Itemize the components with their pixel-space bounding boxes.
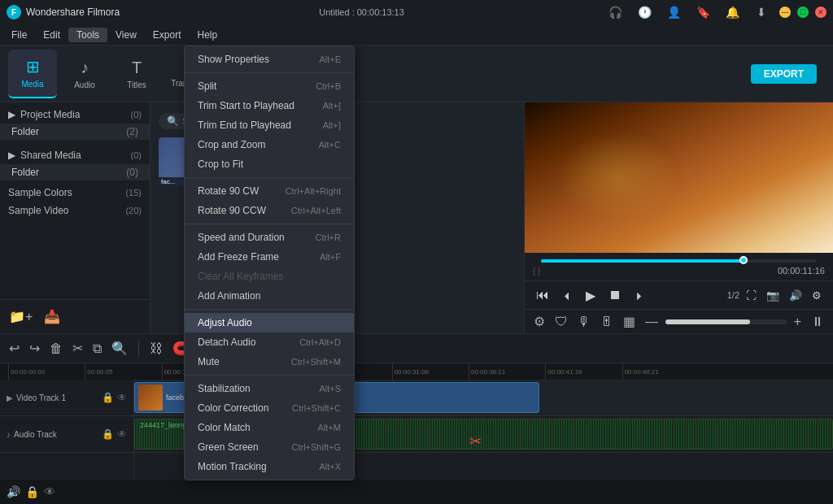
menu-show-properties[interactable]: Show Properties Alt+E — [185, 50, 354, 69]
menu-mute[interactable]: Mute Ctrl+Shift+M — [185, 352, 354, 371]
tools-dropdown-menu: Show Properties Alt+E Split Ctrl+B Trim … — [184, 46, 355, 480]
menu-adjust-audio[interactable]: Adjust Audio — [185, 313, 354, 332]
menu-trim-end[interactable]: Trim End to Playhead Alt+] — [185, 115, 354, 135]
rotate-ccw-label: Rotate 90 CCW — [198, 205, 266, 216]
color-correction-label: Color Correction — [198, 402, 268, 414]
detach-audio-shortcut: Ctrl+Alt+D — [299, 337, 341, 347]
color-match-label: Color Match — [198, 422, 251, 433]
menu-color-match[interactable]: Color Match Alt+M — [185, 418, 354, 437]
trim-start-label: Trim Start to Playhead — [198, 100, 294, 111]
menu-freeze-frame[interactable]: Add Freeze Frame Alt+F — [185, 247, 354, 267]
motion-tracking-shortcut: Alt+X — [319, 462, 341, 471]
rotate-ccw-shortcut: Ctrl+Alt+Left — [291, 206, 341, 215]
separator-3 — [185, 224, 354, 224]
rotate-cw-shortcut: Ctrl+Alt+Right — [286, 186, 341, 196]
motion-tracking-label: Motion Tracking — [198, 461, 267, 472]
crop-zoom-label: Crop and Zoom — [198, 139, 265, 150]
menu-crop-fit[interactable]: Crop to Fit — [185, 154, 354, 174]
color-correction-shortcut: Ctrl+Shift+C — [292, 403, 341, 413]
separator-2 — [185, 177, 354, 178]
stabilization-shortcut: Alt+S — [319, 384, 341, 393]
green-screen-label: Green Screen — [198, 441, 259, 453]
add-animation-label: Add Animation — [198, 290, 260, 302]
menu-motion-tracking[interactable]: Motion Tracking Alt+X — [185, 457, 354, 476]
show-properties-label: Show Properties — [198, 54, 269, 65]
crop-zoom-shortcut: Alt+C — [319, 140, 341, 150]
split-shortcut: Ctrl+B — [316, 81, 341, 91]
clear-keyframes-label: Clear All Keyframes — [198, 271, 283, 282]
color-match-shortcut: Alt+M — [318, 423, 341, 432]
menu-trim-start[interactable]: Trim Start to Playhead Alt+[ — [185, 96, 354, 115]
adjust-audio-label: Adjust Audio — [198, 317, 252, 328]
separator-4 — [185, 309, 354, 310]
speed-duration-label: Speed and Duration — [198, 232, 285, 243]
menu-color-correction[interactable]: Color Correction Ctrl+Shift+C — [185, 398, 354, 418]
crop-fit-label: Crop to Fit — [198, 159, 243, 170]
trim-start-shortcut: Alt+[ — [323, 101, 341, 111]
speed-duration-shortcut: Ctrl+R — [316, 232, 341, 242]
menu-green-screen[interactable]: Green Screen Ctrl+Shift+G — [185, 437, 354, 457]
menu-speed-duration[interactable]: Speed and Duration Ctrl+R — [185, 228, 354, 247]
trim-end-shortcut: Alt+] — [323, 120, 341, 130]
separator-5 — [185, 375, 354, 376]
menu-rotate-cw[interactable]: Rotate 90 CW Ctrl+Alt+Right — [185, 181, 354, 201]
mute-shortcut: Ctrl+Shift+M — [291, 357, 341, 367]
mute-label: Mute — [198, 356, 220, 367]
menu-crop-zoom[interactable]: Crop and Zoom Alt+C — [185, 135, 354, 154]
menu-clear-keyframes: Clear All Keyframes — [185, 267, 354, 286]
menu-detach-audio[interactable]: Detach Audio Ctrl+Alt+D — [185, 332, 354, 352]
menu-add-animation[interactable]: Add Animation — [185, 286, 354, 306]
separator-1 — [185, 72, 354, 73]
rotate-cw-label: Rotate 90 CW — [198, 185, 259, 197]
menu-split[interactable]: Split Ctrl+B — [185, 76, 354, 96]
green-screen-shortcut: Ctrl+Shift+G — [291, 442, 341, 452]
dropdown-overlay[interactable] — [0, 0, 833, 504]
freeze-frame-label: Add Freeze Frame — [198, 251, 279, 263]
split-label: Split — [198, 80, 216, 92]
freeze-frame-shortcut: Alt+F — [320, 252, 341, 262]
menu-rotate-ccw[interactable]: Rotate 90 CCW Ctrl+Alt+Left — [185, 201, 354, 220]
stabilization-label: Stabilization — [198, 383, 251, 394]
trim-end-label: Trim End to Playhead — [198, 119, 291, 131]
show-properties-shortcut: Alt+E — [319, 54, 341, 64]
detach-audio-label: Detach Audio — [198, 337, 255, 348]
menu-stabilization[interactable]: Stabilization Alt+S — [185, 379, 354, 398]
